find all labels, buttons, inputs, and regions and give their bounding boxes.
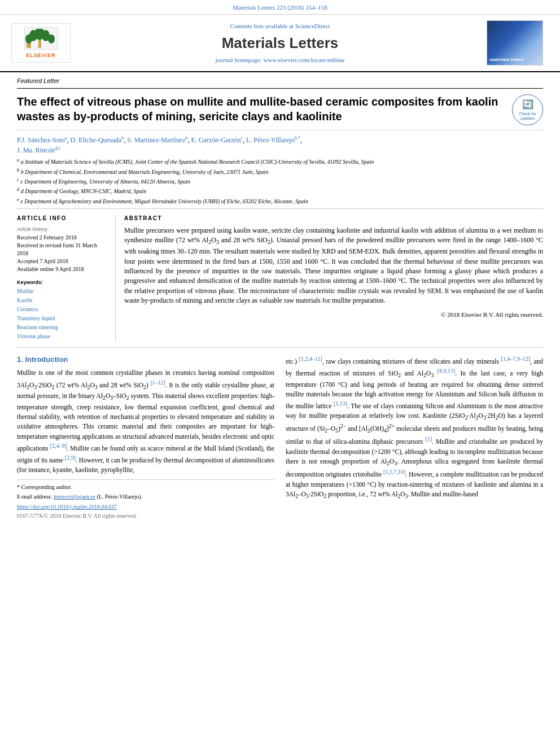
abstract-copyright: © 2018 Elsevier B.V. All rights reserved… [124,311,543,319]
affiliation-c: c c Department of Engineering, Universit… [17,177,543,186]
author-2[interactable]: D. Eliche-Quesada [71,136,122,144]
affiliation-a: a a Institute of Materials Science of Se… [17,157,543,166]
elsevier-brand-text: ELSEVIER [26,52,56,59]
keyword-4[interactable]: Transitory liquid [17,314,107,322]
journal-center-info: Contents lists available at ScienceDirec… [79,22,481,64]
journal-cover: materials letters [487,20,549,65]
elsevier-tree-icon [24,27,58,50]
author-1[interactable]: P.J. Sánchez-Soto [17,136,65,144]
abstract-heading: ABSTRACT [124,215,543,222]
corresponding-note: * Corresponding author. [17,483,274,491]
doi-link[interactable]: https://doi.org/10.1016/j.matlet.2018.04… [17,503,274,511]
keywords-label: Keywords: [17,279,107,286]
abstract-text: Mullite precursors were prepared using k… [124,226,543,306]
keyword-5[interactable]: Reaction sintering [17,324,107,331]
affiliations-list: a a Institute of Materials Science of Se… [17,157,543,206]
footnote-section: * Corresponding author. E-mail address: … [17,479,274,520]
article-info-column: ARTICLE INFO Article history: Received 2… [17,215,116,342]
body-content: 1. Introduction Mullite is one of the mo… [17,348,543,527]
history-label: Article history: [17,226,107,233]
affiliation-d: d d Department of Geology, MNCN-CSIC, Ma… [17,186,543,195]
check-updates-label: Check for updates [519,112,536,121]
email-line: E-mail address: lperezvi@ujaen.es (L. Pé… [17,493,274,501]
journal-title: Materials Letters [79,33,481,53]
keyword-1[interactable]: Mullite [17,287,107,295]
article-content: Featured Letter The effect of vitreous p… [0,72,560,527]
elsevier-logo: ELSEVIER [11,23,71,63]
received-date: Received 2 February 2018 [17,234,107,242]
authors-section: P.J. Sánchez-Sotoa, D. Eliche-Quesadab, … [17,130,543,209]
email-link[interactable]: lperezvi@ujaen.es [54,493,95,500]
available-date: Available online 9 April 2018 [17,265,107,273]
author-5[interactable]: L. Pérez-Villarejo [246,136,295,144]
article-info-heading: ARTICLE INFO [17,215,107,222]
keyword-2[interactable]: Kaolin [17,296,107,304]
elsevier-logo-area: ELSEVIER [11,23,73,63]
journal-cover-image: materials letters [487,20,543,65]
article-info-abstract-grid: ARTICLE INFO Article history: Received 2… [17,209,543,348]
body-col-2: etc.) [1,2,4–11], raw clays containing m… [286,355,543,520]
author-4[interactable]: E. Garzón-Garzón [191,136,241,144]
author-3[interactable]: S. Martínez-Martínez [127,136,185,144]
journal-homepage: journal homepage: www.elsevier.com/locat… [79,56,481,64]
body-col-1: 1. Introduction Mullite is one of the mo… [17,355,274,520]
section1-heading: 1. Introduction [17,355,274,365]
keyword-3[interactable]: Ceramics [17,305,107,313]
article-title: The effect of vitreous phase on mullite … [17,94,512,124]
affiliation-b: b b Department of Chemical, Environmenta… [17,167,543,176]
article-type-label: Featured Letter [17,72,543,88]
keyword-6[interactable]: Vitreous phase [17,333,107,340]
authors-line: P.J. Sánchez-Sotoa, D. Eliche-Quesadab, … [17,135,543,155]
affiliation-e: e e Department of Agrochemistry and Envi… [17,196,543,206]
svg-point-5 [48,34,55,43]
body-col2-text: etc.) [1,2,4–11], raw clays containing m… [286,355,543,500]
journal-citation: Materials Letters 223 (2018) 154–158 [0,0,560,15]
sciencedirect-link[interactable]: Contents lists available at ScienceDirec… [79,22,481,30]
abstract-column: ABSTRACT Mullite precursors were prepare… [116,215,543,342]
article-title-section: The effect of vitreous phase on mullite … [17,89,543,130]
received-revised-date: Received in revised form 31 March 2018 [17,242,107,257]
journal-header: ELSEVIER Contents lists available at Sci… [0,15,560,72]
body-col1-text: Mullite is one of the most common crysta… [17,368,274,475]
copyright-footer: 0167-577X/© 2018 Elsevier B.V. All right… [17,512,274,520]
accepted-date: Accepted 7 April 2018 [17,257,107,265]
svg-rect-6 [38,40,41,48]
check-updates-icon: 🔄 [522,98,533,111]
author-6[interactable]: J. Ma. Rincón [17,146,55,154]
check-updates-badge[interactable]: 🔄 Check for updates [512,94,543,125]
